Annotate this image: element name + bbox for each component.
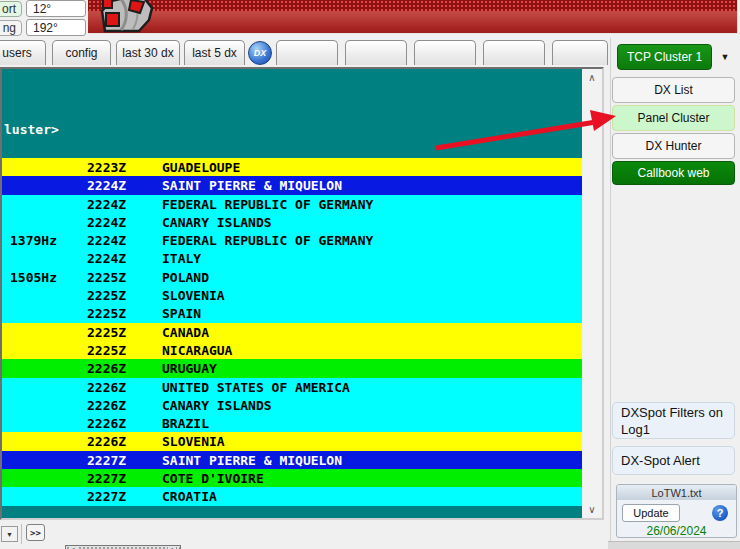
spot-time: 2227Z	[87, 453, 126, 468]
tab-label: last 5 dx	[192, 46, 237, 60]
app-logo-icon	[95, 0, 167, 39]
tcp-cluster-label: TCP Cluster 1	[627, 50, 702, 64]
panel-divider	[610, 38, 611, 549]
spot-time: 2227Z	[87, 471, 126, 486]
cluster-terminal[interactable]: luster> 2223ZGUADELOUPE2224ZSAINT PIERRE…	[2, 69, 582, 518]
spot-country: BRAZIL	[162, 416, 209, 431]
dx-hunter-label: DX Hunter	[645, 139, 701, 153]
cluster-prompt: luster>	[4, 122, 59, 137]
dx-spot-row[interactable]: 2224ZITALY	[2, 249, 582, 267]
expand-button[interactable]: >>	[26, 524, 45, 541]
spot-time: 2225Z	[87, 306, 126, 321]
dx-spot-row[interactable]: 2227ZCOTE D'IVOIRE	[2, 469, 582, 487]
spot-time: 2224Z	[87, 251, 126, 266]
callbook-web-button[interactable]: Callbook web	[612, 161, 735, 185]
tab-empty[interactable]	[414, 40, 476, 65]
spot-hz: 1505Hz	[10, 270, 57, 285]
short-path-button[interactable]: ort	[0, 1, 22, 17]
panel-cluster-label: Panel Cluster	[637, 111, 709, 125]
dx-globe-icon[interactable]: DX	[248, 41, 272, 65]
spot-country: POLAND	[162, 270, 209, 285]
app-window: ort 12° ng 192° DX usersconfiglast 30 dx…	[0, 0, 740, 549]
spot-time: 2223Z	[87, 160, 126, 175]
dx-spot-row[interactable]: 2225ZSPAIN	[2, 304, 582, 322]
spot-country: CANARY ISLANDS	[162, 215, 272, 230]
spot-time: 2226Z	[87, 398, 126, 413]
tab-empty[interactable]	[345, 40, 407, 65]
terminal-dropdown-button[interactable]: ▼	[1, 526, 18, 542]
callbook-web-label: Callbook web	[637, 166, 709, 180]
spot-country: CROATIA	[162, 489, 217, 504]
dx-spot-row[interactable]: 2223ZGUADELOUPE	[2, 158, 582, 176]
dx-spot-row[interactable]: 2224ZCANARY ISLANDS	[2, 213, 582, 231]
tab-empty[interactable]	[483, 40, 545, 65]
terminal-scrollbar[interactable]: ∧ ∨	[583, 69, 601, 518]
tab-last-30-dx[interactable]: last 30 dx	[116, 40, 180, 65]
dx-spot-alert-button[interactable]: DX-Spot Alert	[612, 446, 735, 475]
spot-hz: 1379Hz	[10, 233, 57, 248]
dx-spot-row[interactable]: 2226ZCANARY ISLANDS	[2, 396, 582, 414]
dx-list-label: DX List	[654, 83, 693, 97]
spot-time: 2225Z	[87, 270, 126, 285]
scroll-down-icon[interactable]: ∨	[583, 501, 601, 518]
dx-list-button[interactable]: DX List	[612, 77, 735, 103]
dropdown-arrow-icon: ▼	[6, 531, 13, 538]
tab-empty[interactable]	[552, 40, 608, 65]
lotw-date: 26/06/2024	[617, 524, 736, 538]
dx-spot-row[interactable]: 1505Hz2225ZPOLAND	[2, 268, 582, 286]
panel-cluster-button[interactable]: Panel Cluster	[612, 105, 735, 131]
window-edge	[608, 541, 740, 549]
dx-spot-row[interactable]: 2224ZFEDERAL REPUBLIC OF GERMANY	[2, 195, 582, 213]
spot-country: ITALY	[162, 251, 201, 266]
banner-dot-pattern	[88, 0, 737, 11]
update-button[interactable]: Update	[622, 504, 680, 522]
short-path-value-field[interactable]: 12°	[26, 0, 86, 17]
tab-label: last 30 dx	[122, 46, 173, 60]
tab-label: users	[2, 46, 31, 60]
dxspot-filters-button[interactable]: DXSpot Filters on Log1	[612, 402, 735, 439]
spot-time: 2226Z	[87, 434, 126, 449]
dx-spot-row[interactable]: 2226ZUNITED STATES OF AMERICA	[2, 378, 582, 396]
dx-spot-list: 2223ZGUADELOUPE2224ZSAINT PIERRE & MIQUE…	[2, 158, 582, 506]
spot-time: 2224Z	[87, 178, 126, 193]
dx-spot-row[interactable]: 2227ZCROATIA	[2, 487, 582, 505]
dx-spot-row[interactable]: 2227ZSAINT PIERRE & MIQUELON	[2, 451, 582, 469]
dx-spot-row[interactable]: 2226ZURUGUAY	[2, 359, 582, 377]
long-path-value-field[interactable]: 192°	[26, 19, 86, 36]
cluster-terminal-panel: luster> 2223ZGUADELOUPE2224ZSAINT PIERRE…	[0, 67, 604, 520]
dxspot-filters-label: DXSpot Filters on Log1	[621, 404, 734, 438]
tab-empty[interactable]	[276, 40, 338, 65]
tcp-cluster-button[interactable]: TCP Cluster 1	[617, 44, 712, 70]
dx-spot-alert-label: DX-Spot Alert	[621, 453, 700, 468]
scroll-up-icon[interactable]: ∧	[583, 69, 601, 86]
dx-spot-row[interactable]: 2226ZSLOVENIA	[2, 432, 582, 450]
tab-bar: DX usersconfiglast 30 dxlast 5 dx	[0, 40, 610, 67]
tab-last-5-dx[interactable]: last 5 dx	[184, 40, 245, 65]
update-label: Update	[633, 507, 668, 519]
dx-spot-row[interactable]: 2224ZSAINT PIERRE & MIQUELON	[2, 176, 582, 194]
dx-spot-row[interactable]: 2225ZCANADA	[2, 323, 582, 341]
top-banner	[88, 0, 738, 34]
spot-country: SLOVENIA	[162, 434, 225, 449]
dx-hunter-button[interactable]: DX Hunter	[612, 133, 735, 159]
collapsed-panel-handle[interactable]: ∧ ∧	[65, 545, 181, 549]
spot-time: 2224Z	[87, 233, 126, 248]
cluster-dropdown-icon[interactable]: ▼	[716, 50, 734, 64]
spot-country: SAINT PIERRE & MIQUELON	[162, 453, 342, 468]
dx-spot-row[interactable]: 1379Hz2224ZFEDERAL REPUBLIC OF GERMANY	[2, 231, 582, 249]
short-path-label: ort	[2, 2, 16, 16]
spot-country: URUGUAY	[162, 361, 217, 376]
tab-config[interactable]: config	[52, 40, 111, 65]
long-path-button[interactable]: ng	[0, 20, 22, 36]
dx-spot-row[interactable]: 2225ZSLOVENIA	[2, 286, 582, 304]
tab-users[interactable]: users	[0, 40, 46, 65]
spot-country: COTE D'IVOIRE	[162, 471, 264, 486]
dx-spot-row[interactable]: 2225ZNICARAGUA	[2, 341, 582, 359]
help-icon[interactable]: ?	[712, 505, 728, 521]
spot-time: 2226Z	[87, 361, 126, 376]
spot-country: CANADA	[162, 325, 209, 340]
tab-label: config	[65, 46, 97, 60]
spot-country: FEDERAL REPUBLIC OF GERMANY	[162, 197, 373, 212]
dx-spot-row[interactable]: 2226ZBRAZIL	[2, 414, 582, 432]
spot-country: NICARAGUA	[162, 343, 232, 358]
